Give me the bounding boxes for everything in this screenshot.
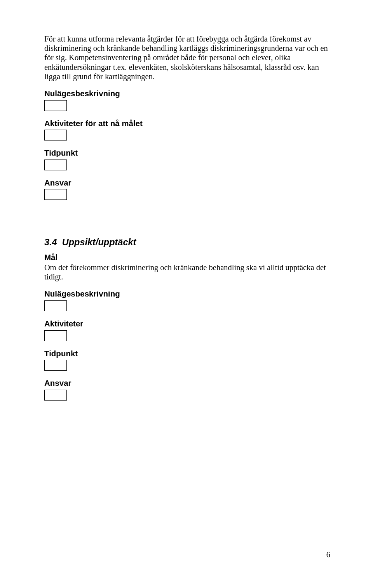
section-heading: 3.4 Uppsikt/upptäckt (44, 237, 330, 248)
input-box-aktiviteter[interactable] (44, 330, 67, 341)
label-aktiviteter: Aktiviteter (44, 319, 330, 329)
input-box-ansvar-1[interactable] (44, 189, 67, 200)
label-ansvar-1: Ansvar (44, 178, 330, 188)
intro-paragraph: För att kunna utforma relevanta åtgärder… (44, 34, 330, 81)
input-box-ansvar-2[interactable] (44, 390, 67, 401)
page-number: 6 (326, 550, 330, 559)
label-mal: Mål (44, 253, 330, 262)
input-box-nulages-2[interactable] (44, 300, 67, 311)
label-tidpunkt-2: Tidpunkt (44, 349, 330, 359)
section-number: 3.4 (44, 237, 57, 247)
input-box-aktiviteter-mal[interactable] (44, 130, 67, 140)
document-page: För att kunna utforma relevanta åtgärder… (0, 0, 373, 401)
label-ansvar-2: Ansvar (44, 378, 330, 388)
input-box-nulages-1[interactable] (44, 100, 67, 111)
section-title-text: Uppsikt/upptäckt (62, 237, 136, 247)
label-nulagesbeskrivning: Nulägesbeskrivning (44, 89, 330, 99)
input-box-tidpunkt-2[interactable] (44, 360, 67, 371)
label-nulagesbeskrivning-2: Nulägesbeskrivning (44, 289, 330, 299)
input-box-tidpunkt-1[interactable] (44, 160, 67, 170)
mal-paragraph: Om det förekommer diskriminering och krä… (44, 263, 330, 281)
label-aktiviteter-mal: Aktiviteter för att nå målet (44, 119, 330, 128)
label-tidpunkt-1: Tidpunkt (44, 148, 330, 158)
